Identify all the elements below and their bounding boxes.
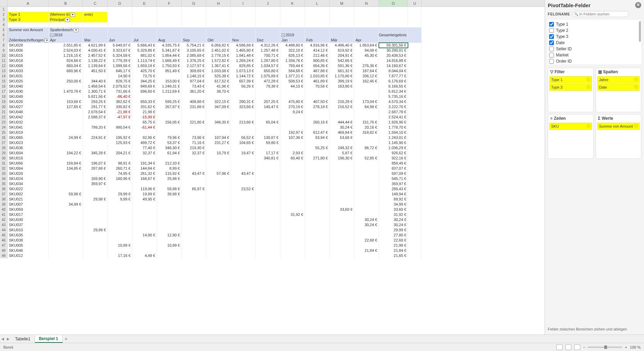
cell[interactable]: 49,95 € <box>132 197 157 202</box>
row-number[interactable]: 14 <box>0 74 8 79</box>
cell[interactable] <box>132 212 157 217</box>
cell[interactable]: 2.127,97 € <box>182 63 206 68</box>
cell[interactable] <box>256 166 280 171</box>
cell[interactable]: ente) <box>83 12 108 17</box>
row-number[interactable]: 8 <box>0 43 8 48</box>
cell[interactable] <box>182 217 206 222</box>
cell[interactable] <box>231 202 256 207</box>
cell[interactable] <box>408 125 422 130</box>
cell[interactable]: 359,97 € <box>83 181 108 186</box>
tab-tabelle1[interactable]: Tabelle1 <box>11 336 35 342</box>
cell[interactable]: 216,28 € <box>330 99 354 104</box>
cell[interactable] <box>408 130 422 135</box>
cell[interactable] <box>108 207 132 212</box>
cell[interactable]: Aug <box>157 38 182 43</box>
cell[interactable] <box>206 238 231 243</box>
cell[interactable] <box>408 7 422 12</box>
col-E[interactable]: E <box>132 0 157 6</box>
cell[interactable]: 1.659,18 € <box>132 63 157 68</box>
cell[interactable] <box>206 222 231 228</box>
cell[interactable] <box>8 32 49 38</box>
cell[interactable]: 650,33 € <box>132 99 157 104</box>
cell-sku[interactable]: SKU025 <box>8 79 49 84</box>
cell[interactable]: 77,40 € <box>132 145 157 151</box>
cell[interactable] <box>305 228 330 233</box>
cell-sku[interactable]: SKU016 <box>8 156 49 161</box>
cell[interactable]: 59,98 € <box>49 192 83 197</box>
cell[interactable] <box>280 192 305 197</box>
cell[interactable]: 73,96 € <box>182 135 206 140</box>
cell[interactable] <box>330 212 354 217</box>
cell[interactable]: 224,91 € <box>83 135 108 140</box>
cell[interactable] <box>408 140 422 145</box>
cell[interactable] <box>206 166 231 171</box>
area-pill[interactable]: SKUⓘ <box>549 123 592 130</box>
cell[interactable] <box>108 27 132 32</box>
cell[interactable] <box>83 207 108 212</box>
cell[interactable] <box>182 156 206 161</box>
cell-total[interactable]: 5.812,34 € <box>379 89 408 94</box>
cell[interactable]: 2.588,37 € <box>83 115 108 120</box>
cell[interactable]: Dez <box>256 38 280 43</box>
cell[interactable] <box>206 192 231 197</box>
cell[interactable] <box>330 140 354 145</box>
cell[interactable]: 280,31 € <box>231 99 256 104</box>
cell-sku[interactable]: SKU026 <box>8 99 49 104</box>
cell[interactable]: Nov <box>231 38 256 43</box>
cell[interactable] <box>206 243 231 248</box>
cell[interactable] <box>408 145 422 151</box>
info-icon[interactable]: ⓘ <box>634 124 638 129</box>
cell[interactable] <box>182 27 206 32</box>
cell[interactable]: 12,90 € <box>157 233 182 238</box>
cell[interactable] <box>305 12 330 17</box>
cell[interactable] <box>83 7 108 12</box>
field-checkbox[interactable] <box>549 34 554 39</box>
cell[interactable] <box>49 84 83 89</box>
cell[interactable] <box>182 32 206 38</box>
filter-area[interactable]: ▽Filter Type 1ⓘType 3ⓘ <box>548 68 594 112</box>
cell[interactable] <box>206 94 231 99</box>
cell[interactable] <box>305 233 330 238</box>
cell[interactable]: (Mehrere El <box>49 12 83 17</box>
cell[interactable] <box>157 94 182 99</box>
cell[interactable] <box>256 115 280 120</box>
cell[interactable] <box>83 253 108 258</box>
cell[interactable] <box>256 217 280 222</box>
field-item[interactable]: Type 1 <box>548 21 641 27</box>
cell[interactable] <box>408 99 422 104</box>
cell[interactable] <box>330 181 354 186</box>
cell[interactable] <box>157 27 182 32</box>
cell-total[interactable]: 31,92 € <box>379 212 408 217</box>
cell[interactable] <box>231 233 256 238</box>
zoom-plus[interactable]: + <box>625 345 627 349</box>
cell[interactable] <box>354 233 379 238</box>
cell[interactable]: 344,25 € <box>132 79 157 84</box>
cell[interactable] <box>305 248 330 253</box>
cell[interactable]: 107,94 € <box>206 135 231 140</box>
cell[interactable]: Summe von Amount <box>8 27 49 32</box>
cell[interactable]: 4.312,26 € <box>256 43 280 48</box>
cell[interactable] <box>330 115 354 120</box>
cell[interactable] <box>231 115 256 120</box>
cell-total[interactable]: 20.438,53 € <box>379 53 408 58</box>
cell[interactable]: 344,40 € <box>83 79 108 84</box>
cell-total[interactable]: 597,09 € <box>379 171 408 176</box>
cell[interactable] <box>132 32 157 38</box>
cell-sku[interactable]: SKU032 <box>8 120 49 125</box>
info-icon[interactable]: ⓘ <box>587 124 590 129</box>
cell[interactable] <box>408 27 422 32</box>
row-number[interactable]: 12 <box>0 63 8 68</box>
cell[interactable] <box>408 238 422 243</box>
cell[interactable] <box>305 109 330 115</box>
row-number[interactable]: 47 <box>0 243 8 248</box>
cell-total[interactable]: 27,80 € <box>379 233 408 238</box>
cell[interactable]: 1.075,89 € <box>256 74 280 79</box>
view-break-icon[interactable] <box>574 344 580 350</box>
cell[interactable] <box>305 217 330 222</box>
cell[interactable] <box>305 151 330 156</box>
cell[interactable]: 74,95 € <box>108 171 132 176</box>
cell-total[interactable]: 29,99 € <box>379 228 408 233</box>
cell[interactable] <box>231 125 256 130</box>
view-layout-icon[interactable] <box>565 344 571 350</box>
cell[interactable] <box>157 217 182 222</box>
